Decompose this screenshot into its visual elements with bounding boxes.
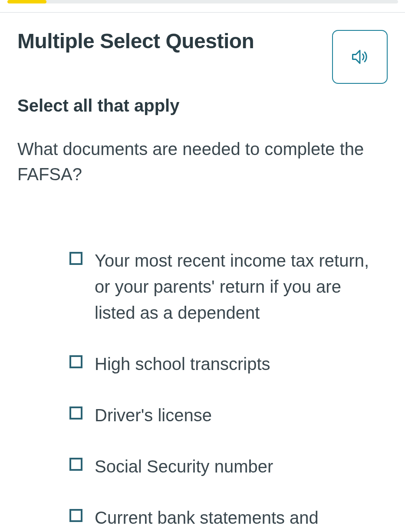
speaker-icon	[350, 47, 369, 66]
option-checkbox-5[interactable]: Current bank statements and invest­ment …	[69, 505, 370, 532]
question-title: Multiple Select Question	[17, 30, 254, 53]
option-label: Your most recent income tax return, or y…	[95, 248, 370, 326]
checkbox-icon	[69, 355, 82, 368]
option-label: Driver's license	[95, 402, 212, 428]
option-label: Social Security number	[95, 453, 273, 479]
option-checkbox-1[interactable]: Your most recent income tax return, or y…	[69, 248, 370, 326]
progress-fill	[7, 0, 46, 3]
option-checkbox-3[interactable]: Driver's license	[69, 402, 370, 428]
progress-track	[7, 0, 398, 3]
options-list: Your most recent income tax return, or y…	[17, 248, 388, 532]
checkbox-icon	[69, 252, 82, 265]
question-text: What documents are needed to complete th…	[17, 136, 373, 187]
question-subtitle: Select all that apply	[17, 96, 388, 116]
option-label: High school transcripts	[95, 351, 270, 377]
option-checkbox-4[interactable]: Social Security number	[69, 453, 370, 479]
progress-bar	[0, 0, 405, 3]
svg-marker-0	[353, 50, 360, 63]
option-checkbox-2[interactable]: High school transcripts	[69, 351, 370, 377]
option-label: Current bank statements and invest­ment …	[95, 505, 370, 532]
audio-button[interactable]	[332, 30, 388, 84]
checkbox-icon	[69, 406, 82, 420]
checkbox-icon	[69, 509, 82, 522]
checkbox-icon	[69, 458, 82, 471]
